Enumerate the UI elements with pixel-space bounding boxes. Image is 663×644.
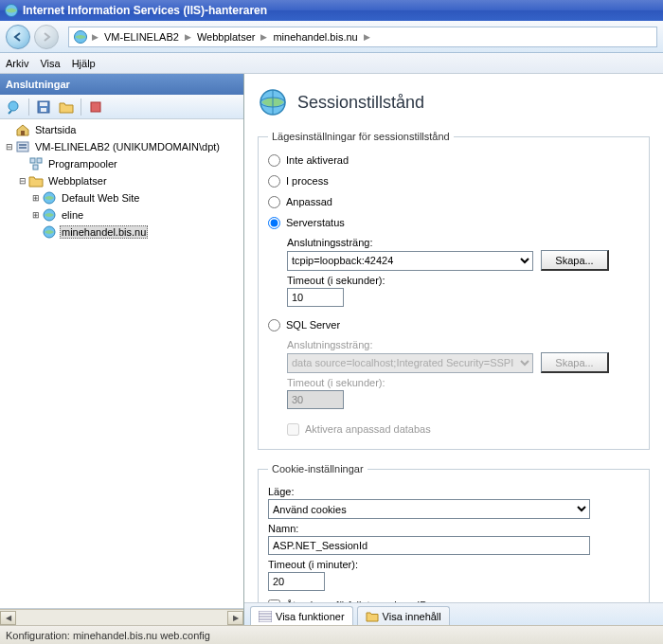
- collapse-icon[interactable]: ⊟: [4, 142, 15, 152]
- tab-label: Visa funktioner: [276, 611, 345, 622]
- tree-label: Startsida: [33, 124, 78, 135]
- menu-view[interactable]: Visa: [40, 58, 60, 69]
- sidebar-toolbar: [0, 95, 243, 119]
- radio-not-enabled[interactable]: Inte aktiverad: [268, 150, 639, 170]
- radio-custom-input[interactable]: [268, 196, 280, 208]
- cookie-settings-legend: Cookie-inställningar: [268, 463, 367, 474]
- site-globe-icon: [42, 207, 57, 223]
- radio-sql-server-input[interactable]: [268, 319, 280, 331]
- globe-icon: [73, 29, 88, 45]
- page-heading: Sessionstillstånd: [258, 87, 650, 117]
- breadcrumb-site[interactable]: minehandel.bis.nu: [271, 31, 359, 43]
- scroll-left-icon[interactable]: ◀: [0, 611, 16, 625]
- forward-button[interactable]: [34, 25, 59, 49]
- scroll-right-icon[interactable]: ▶: [227, 611, 243, 625]
- timeout-sec-label: Timeout (i sekunder):: [287, 275, 639, 286]
- breadcrumb-sites[interactable]: Webbplatser: [195, 31, 258, 43]
- radio-state-server[interactable]: Serverstatus: [268, 212, 639, 233]
- radio-not-enabled-input[interactable]: [268, 154, 280, 167]
- content-area: Anslutningar Startsida: [0, 74, 663, 625]
- cookie-timeout-input[interactable]: [268, 572, 325, 591]
- radio-custom[interactable]: Anpassad: [268, 191, 639, 212]
- menu-file[interactable]: Arkiv: [6, 58, 28, 69]
- toolbar-separator: [81, 98, 81, 116]
- collapse-icon[interactable]: ⊟: [17, 176, 28, 186]
- sql-server-sub: Anslutningssträng: data source=localhost…: [287, 339, 639, 439]
- sql-create-button: Skapa...: [541, 352, 609, 373]
- state-server-timeout-input[interactable]: [287, 288, 344, 307]
- radio-in-process[interactable]: I process: [268, 170, 639, 191]
- radio-label: Serverstatus: [286, 217, 345, 228]
- page-title: Sessionstillstånd: [297, 93, 424, 113]
- tree-label: VM-ELINELAB2 (UNIKUMDOMAIN\dpt): [33, 141, 222, 152]
- expand-icon[interactable]: ⊞: [30, 193, 42, 203]
- back-button[interactable]: [6, 25, 30, 49]
- svg-rect-10: [19, 147, 27, 149]
- conn-string-label: Anslutningssträng:: [287, 237, 639, 248]
- radio-label: Inte aktiverad: [286, 154, 349, 166]
- radio-label: SQL Server: [286, 319, 340, 331]
- stop-button[interactable]: [85, 98, 106, 116]
- sidebar-hscrollbar[interactable]: ◀ ▶: [0, 609, 243, 625]
- cookie-timeout-label: Timeout (i minuter):: [268, 559, 639, 570]
- menu-help[interactable]: Hjälp: [72, 58, 96, 69]
- open-button[interactable]: [56, 98, 77, 116]
- menubar: Arkiv Visa Hjälp: [0, 53, 663, 74]
- main-panel: Sessionstillstånd Lägesinställningar för…: [244, 74, 663, 625]
- tree-label: Webbplatser: [46, 175, 109, 187]
- server-icon: [15, 139, 30, 154]
- radio-label: Anpassad: [286, 196, 332, 207]
- tree-label: eline: [60, 209, 85, 221]
- mode-settings-legend: Lägesinställningar för sessionstillstånd: [268, 131, 454, 142]
- tree-apppools-node[interactable]: Programpooler: [2, 155, 242, 172]
- tree-start-page[interactable]: Startsida: [2, 121, 242, 138]
- sql-timeout-input: [287, 390, 344, 409]
- sidebar: Anslutningar Startsida: [0, 74, 244, 625]
- sql-conn-label: Anslutningssträng:: [287, 339, 639, 350]
- session-state-icon: [258, 87, 288, 117]
- features-icon: [259, 611, 272, 622]
- tree-site-default[interactable]: ⊞ Default Web Site: [2, 189, 242, 206]
- cookie-mode-label: Läge:: [268, 486, 639, 497]
- custom-db-checkbox-row: Aktivera anpassad databas: [287, 419, 639, 439]
- tab-content-view[interactable]: Visa innehåll: [357, 606, 450, 625]
- expand-icon[interactable]: ⊞: [30, 210, 42, 220]
- chevron-right-icon: ▶: [364, 32, 370, 42]
- site-globe-icon: [42, 190, 57, 206]
- custom-db-checkbox: [287, 423, 299, 436]
- tree-site-minehandel[interactable]: minehandel.bis.nu: [2, 224, 242, 241]
- cookie-mode-select[interactable]: Använd cookies: [268, 499, 590, 519]
- connect-button[interactable]: [4, 98, 25, 116]
- tree-label: Default Web Site: [60, 192, 141, 204]
- tab-label: Visa innehåll: [383, 611, 441, 622]
- cookie-name-input[interactable]: [268, 536, 590, 555]
- radio-state-server-input[interactable]: [268, 217, 280, 229]
- state-server-sub: Anslutningssträng: tcpip=loopback:42424 …: [287, 237, 639, 307]
- state-server-conn-select[interactable]: tcpip=loopback:42424: [287, 251, 533, 271]
- tree-label: minehandel.bis.nu: [60, 225, 148, 239]
- tree-label: Programpooler: [46, 158, 119, 170]
- tree-server-node[interactable]: ⊟ VM-ELINELAB2 (UNIKUMDOMAIN\dpt): [2, 138, 242, 155]
- svg-rect-6: [91, 102, 100, 112]
- tree-site-eline[interactable]: ⊞ eline: [2, 206, 242, 224]
- tab-features-view[interactable]: Visa funktioner: [250, 606, 353, 625]
- status-text: Konfiguration: minehandel.bis.nu web.con…: [6, 630, 210, 641]
- sql-conn-select: data source=localhost;Integrated Securit…: [287, 353, 533, 373]
- create-button[interactable]: Skapa...: [541, 250, 609, 271]
- cookie-name-label: Namn:: [268, 523, 639, 534]
- tree-sites-node[interactable]: ⊟ Webbplatser: [2, 172, 242, 189]
- bottom-tabs: Visa funktioner Visa innehåll: [244, 602, 663, 625]
- connections-tree: Startsida ⊟ VM-ELINELAB2 (UNIKUMDOMAIN\d…: [0, 119, 243, 609]
- breadcrumb-server[interactable]: VM-ELINELAB2: [102, 31, 181, 43]
- breadcrumb: ▶ VM-ELINELAB2 ▶ Webbplatser ▶ minehande…: [68, 27, 657, 47]
- scroll-track[interactable]: [16, 611, 227, 625]
- toolbar-separator: [28, 98, 29, 116]
- main-content: Sessionstillstånd Lägesinställningar för…: [244, 74, 663, 602]
- window-titlebar: Internet Information Services (IIS)-hant…: [0, 0, 663, 21]
- home-icon: [15, 122, 30, 137]
- radio-in-process-input[interactable]: [268, 175, 280, 188]
- site-globe-icon: [42, 224, 57, 240]
- save-button[interactable]: [33, 98, 54, 116]
- radio-sql-server[interactable]: SQL Server: [268, 314, 639, 335]
- svg-rect-9: [19, 144, 27, 146]
